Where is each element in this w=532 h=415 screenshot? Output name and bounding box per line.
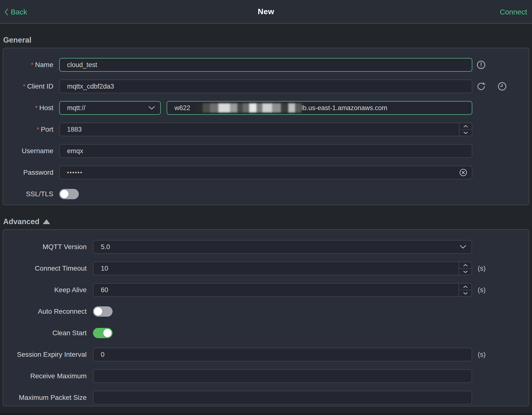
- port-row: *Port 1883: [3, 119, 529, 140]
- required-marker: *: [35, 104, 37, 112]
- host-protocol-select[interactable]: mqtt://: [59, 101, 161, 115]
- mqtt-version-select[interactable]: 5.0: [93, 240, 472, 254]
- host-value-suffix: lb.us-east-1.amazonaws.com: [301, 104, 387, 112]
- receive-maximum-input[interactable]: [93, 369, 472, 383]
- bottom-edge-strip: [0, 413, 532, 415]
- username-label: Username: [3, 147, 53, 155]
- general-heading-label: General: [3, 36, 31, 45]
- session-expiry-unit: (s): [478, 351, 486, 358]
- connect-timeout-decrement-button[interactable]: [459, 269, 472, 275]
- required-marker: *: [23, 83, 25, 90]
- clean-start-label: Clean Start: [3, 329, 87, 337]
- maximum-packet-size-row: Maximum Packet Size: [3, 387, 529, 406]
- port-label: *Port: [3, 126, 53, 133]
- general-card: *Name *Client ID *Host: [3, 48, 529, 205]
- maximum-packet-size-input[interactable]: [93, 391, 472, 404]
- username-input[interactable]: [59, 144, 472, 158]
- connect-button[interactable]: Connect: [500, 0, 527, 24]
- connect-timeout-label: Connect Timeout: [3, 265, 87, 272]
- mqtt-version-value: 5.0: [101, 243, 110, 251]
- keep-alive-label: Keep Alive: [3, 286, 87, 294]
- password-label: Password: [3, 169, 53, 176]
- port-decrement-button[interactable]: [459, 130, 472, 136]
- maximum-packet-size-label: Maximum Packet Size: [3, 394, 87, 402]
- host-input[interactable]: w622 lb.us-east-1.amazonaws.com: [167, 101, 472, 115]
- port-value: 1883: [67, 126, 82, 133]
- page-title: New: [258, 7, 274, 16]
- required-marker: *: [31, 61, 33, 69]
- session-expiry-input[interactable]: [93, 348, 472, 361]
- name-row: *Name: [3, 54, 529, 76]
- host-value-prefix: w622: [174, 104, 190, 112]
- client-id-row: *Client ID: [3, 76, 529, 97]
- receive-maximum-row: Receive Maximum: [3, 365, 529, 387]
- clean-start-row: Clean Start: [3, 322, 529, 344]
- toggle-knob: [94, 307, 102, 316]
- port-input[interactable]: 1883: [59, 123, 472, 136]
- name-warning-icon: [476, 60, 486, 69]
- back-label: Back: [11, 8, 27, 16]
- connect-timeout-input[interactable]: 10: [93, 262, 472, 275]
- connect-timeout-stepper: [459, 262, 472, 275]
- auto-reconnect-toggle[interactable]: [93, 306, 113, 317]
- keep-alive-input[interactable]: 60: [93, 283, 472, 297]
- ssl-tls-toggle[interactable]: [59, 189, 79, 199]
- chevron-down-icon: [460, 245, 466, 249]
- name-label: *Name: [3, 61, 53, 69]
- connect-timeout-increment-button[interactable]: [459, 262, 472, 269]
- keep-alive-unit: (s): [478, 286, 486, 294]
- keep-alive-value: 60: [101, 286, 108, 294]
- required-marker: *: [37, 126, 39, 133]
- keep-alive-row: Keep Alive 60 (s): [3, 279, 529, 301]
- toggle-knob: [103, 329, 112, 337]
- connect-timeout-row: Connect Timeout 10 (s): [3, 258, 529, 279]
- host-protocol-value: mqtt://: [67, 104, 85, 112]
- port-stepper: [459, 123, 472, 136]
- client-id-label: *Client ID: [3, 82, 53, 90]
- chevron-down-icon: [149, 106, 155, 110]
- ssl-tls-label: SSL/TLS: [3, 190, 53, 198]
- host-row: *Host mqtt:// w622 lb.us-east-1.amazonaw…: [3, 97, 529, 119]
- username-row: Username: [3, 140, 529, 162]
- toggle-knob: [60, 190, 69, 198]
- password-row: Password ••••••: [3, 162, 529, 183]
- port-increment-button[interactable]: [459, 123, 472, 130]
- history-clock-icon[interactable]: [497, 82, 507, 91]
- redacted-host-segment: [196, 103, 301, 113]
- clear-password-icon[interactable]: [459, 168, 467, 177]
- session-expiry-row: Session Expiry Interval (s): [3, 344, 529, 365]
- session-expiry-label: Session Expiry Interval: [3, 351, 87, 358]
- keep-alive-increment-button[interactable]: [459, 284, 472, 290]
- clean-start-toggle[interactable]: [93, 328, 113, 338]
- collapse-arrow-icon: [43, 219, 50, 224]
- keep-alive-stepper: [459, 284, 472, 296]
- advanced-section-heading[interactable]: Advanced: [3, 214, 529, 229]
- general-section-heading: General: [3, 33, 529, 48]
- password-input[interactable]: ••••••: [59, 166, 472, 179]
- connect-timeout-unit: (s): [478, 265, 486, 272]
- refresh-client-id-icon[interactable]: [476, 82, 486, 91]
- password-masked-value: ••••••: [67, 169, 83, 176]
- advanced-card: MQTT Version 5.0 Connect Timeout 10: [3, 229, 529, 406]
- client-id-input[interactable]: [59, 80, 472, 93]
- mqtt-version-row: MQTT Version 5.0: [3, 236, 529, 258]
- mqtt-version-label: MQTT Version: [3, 243, 87, 251]
- connect-timeout-value: 10: [101, 265, 108, 272]
- auto-reconnect-row: Auto Reconnect: [3, 301, 529, 322]
- back-button[interactable]: Back: [4, 0, 27, 24]
- keep-alive-decrement-button[interactable]: [459, 290, 472, 296]
- chevron-left-icon: [4, 8, 9, 16]
- auto-reconnect-label: Auto Reconnect: [3, 308, 87, 315]
- name-input[interactable]: [59, 58, 472, 72]
- receive-maximum-label: Receive Maximum: [3, 372, 87, 380]
- advanced-heading-label: Advanced: [3, 217, 39, 226]
- host-label: *Host: [3, 104, 53, 112]
- ssl-tls-row: SSL/TLS: [3, 183, 529, 205]
- top-bar: Back New Connect: [0, 0, 532, 24]
